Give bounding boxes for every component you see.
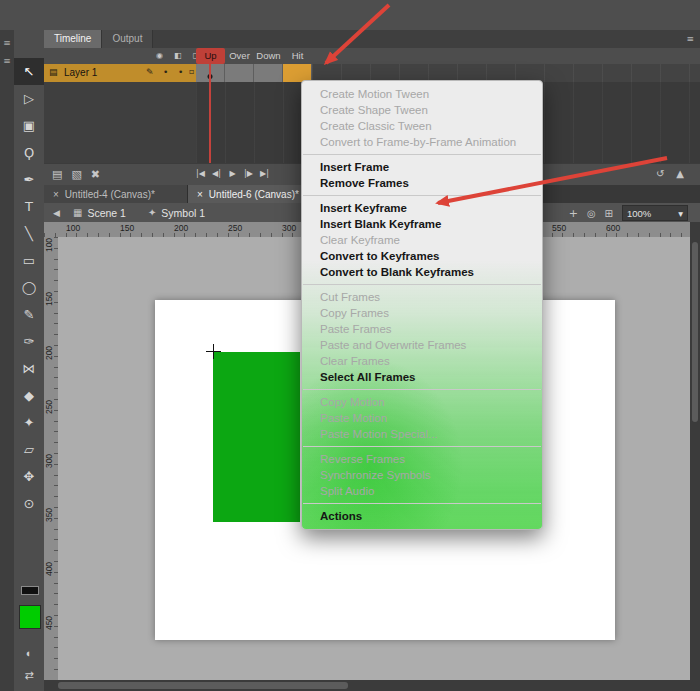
vertical-scrollbar-thumb[interactable] <box>692 242 698 422</box>
menu-item-convert-to-keyframes[interactable]: Convert to Keyframes <box>302 248 542 264</box>
edit-symbols-icon[interactable]: ⊞ <box>605 208 613 219</box>
loop-playback-icon[interactable]: ↺ <box>656 168 664 179</box>
pen-tool[interactable]: ✒ <box>14 166 44 193</box>
green-rectangle-shape[interactable] <box>213 352 300 522</box>
zoom-level-value: 100% <box>627 208 651 219</box>
frame-label-up[interactable]: Up <box>196 48 225 64</box>
new-layer-button[interactable]: ▤ <box>52 168 62 181</box>
menu-item-actions[interactable]: Actions <box>302 508 542 524</box>
top-strip <box>0 0 700 30</box>
menu-item-paste-motion: Paste Motion <box>302 410 542 426</box>
fill-color-swatch[interactable] <box>19 605 41 629</box>
step-back-button[interactable]: ◀| <box>210 169 223 178</box>
line-tool[interactable]: ╲ <box>14 220 44 247</box>
stroke-color-swatch[interactable] <box>21 586 39 595</box>
layer-name[interactable]: Layer 1 <box>64 67 97 78</box>
menu-item-clear-frames: Clear Frames <box>302 353 542 369</box>
zoom-level-select[interactable]: 100% ▾ <box>622 205 688 221</box>
scene-breadcrumb[interactable]: Scene 1 <box>87 207 126 219</box>
document-tab-untitled-4[interactable]: × Untitled-4 (Canvas)* <box>44 185 188 203</box>
back-button[interactable]: ◀ <box>53 208 60 218</box>
frame-label-hit[interactable]: Hit <box>283 48 312 64</box>
zoom-tool[interactable]: ⊙ <box>14 490 44 517</box>
new-folder-button[interactable]: ▧ <box>71 168 81 181</box>
frame-label-down[interactable]: Down <box>254 48 283 64</box>
lock-layers-icon[interactable]: ◧ <box>174 51 182 60</box>
v-ruler-number: 250 <box>44 392 54 422</box>
playback-controls: |◀◀|▶|▶▶| <box>194 169 271 178</box>
context-menu: Create Motion TweenCreate Shape TweenCre… <box>301 80 543 530</box>
tab-output[interactable]: Output <box>102 30 153 48</box>
menu-item-paste-motion-special: Paste Motion Special... <box>302 426 542 442</box>
selection-tool[interactable]: ↖ <box>14 58 44 85</box>
v-ruler-number: 100 <box>44 230 54 260</box>
timeline-tabbar: Timeline Output ≡ <box>44 30 700 48</box>
hand-tool[interactable]: ✥ <box>14 463 44 490</box>
horizontal-scrollbar-thumb[interactable] <box>58 682 348 689</box>
oval-tool[interactable]: ◯ <box>14 274 44 301</box>
h-ruler-number: 600 <box>606 223 620 233</box>
eraser-tool[interactable]: ▱ <box>14 436 44 463</box>
menu-separator <box>303 154 541 155</box>
goto-first-frame-button[interactable]: |◀ <box>194 169 207 178</box>
menu-item-clear-keyframe: Clear Keyframe <box>302 232 542 248</box>
menu-item-convert-to-frame-by-frame-animation: Convert to Frame-by-Frame Animation <box>302 134 542 150</box>
play-button[interactable]: ▶ <box>226 169 239 178</box>
menu-item-insert-keyframe[interactable]: Insert Keyframe <box>302 200 542 216</box>
menu-item-create-motion-tween: Create Motion Tween <box>302 86 542 102</box>
close-tab-icon[interactable]: × <box>53 189 59 200</box>
menu-separator <box>303 503 541 504</box>
subselection-tool[interactable]: ▷ <box>14 85 44 112</box>
menu-item-remove-frames[interactable]: Remove Frames <box>302 175 542 191</box>
timeline-header-row: ◉ ◧ ▢ UpOverDownHit <box>44 48 700 65</box>
menu-item-insert-frame[interactable]: Insert Frame <box>302 159 542 175</box>
horizontal-scrollbar[interactable] <box>44 680 690 691</box>
show-hide-layers-icon[interactable]: ◉ <box>156 51 163 60</box>
close-tab-icon[interactable]: × <box>197 189 203 200</box>
frame-label-over[interactable]: Over <box>225 48 254 64</box>
bone-tool[interactable]: ⋈ <box>14 355 44 382</box>
free-transform-tool[interactable]: ▣ <box>14 112 44 139</box>
menu-item-convert-to-blank-keyframes[interactable]: Convert to Blank Keyframes <box>302 264 542 280</box>
panel-menu-icon[interactable]: ≡ <box>686 34 694 44</box>
collapsed-panel-icon[interactable]: ≡ <box>0 56 14 66</box>
collapsed-panel-icon[interactable]: ≡ <box>0 38 14 48</box>
vertical-scrollbar[interactable] <box>690 222 700 680</box>
layer-type-icon: ▤ <box>49 67 58 77</box>
layer-visibility-dot[interactable]: • <box>163 67 168 77</box>
v-ruler-number: 400 <box>44 554 54 584</box>
default-colors-icon[interactable]: ◐ <box>14 642 44 664</box>
swap-colors-icon[interactable]: ⇄ <box>14 664 44 686</box>
center-frame-icon[interactable]: ◎ <box>587 208 596 219</box>
layer-outline-color-box[interactable]: ▫ <box>189 67 194 76</box>
rectangle-tool[interactable]: ▭ <box>14 247 44 274</box>
frame-cell-3-frame[interactable] <box>254 64 283 82</box>
step-forward-button[interactable]: |▶ <box>242 169 255 178</box>
eyedropper-tool[interactable]: ✦ <box>14 409 44 436</box>
crosshair-icon[interactable]: + <box>569 207 578 220</box>
pencil-tool[interactable]: ✎ <box>14 301 44 328</box>
delete-layer-button[interactable]: ✖ <box>91 168 100 181</box>
v-ruler-number: 150 <box>44 284 54 314</box>
brush-tool[interactable]: ✑ <box>14 328 44 355</box>
layer-lock-dot[interactable]: • <box>178 67 183 77</box>
menu-item-reverse-frames: Reverse Frames <box>302 451 542 467</box>
v-ruler-number: 300 <box>44 446 54 476</box>
menu-separator <box>303 195 541 196</box>
application-window: ≡ ≡ ↖▷▣Ϙ✒T╲▭◯✎✑⋈◆✦▱✥⊙ ◐ ⇄ Timeline Outpu… <box>0 0 700 691</box>
menu-item-create-classic-tween: Create Classic Tween <box>302 118 542 134</box>
frame-cell-2-frame[interactable] <box>225 64 254 82</box>
timeline-options-icon[interactable]: ▲ <box>676 168 684 179</box>
text-tool[interactable]: T <box>14 193 44 220</box>
goto-last-frame-button[interactable]: ▶| <box>258 169 271 178</box>
menu-item-paste-frames: Paste Frames <box>302 321 542 337</box>
tab-timeline[interactable]: Timeline <box>44 30 102 48</box>
menu-item-insert-blank-keyframe[interactable]: Insert Blank Keyframe <box>302 216 542 232</box>
layer-row[interactable]: ▤ Layer 1 ✎ • • ▫ <box>44 64 196 82</box>
symbol-breadcrumb[interactable]: Symbol 1 <box>161 207 205 219</box>
playhead-line[interactable] <box>209 64 211 163</box>
scene-icon: ▦ <box>73 207 82 218</box>
lasso-tool[interactable]: Ϙ <box>14 139 44 166</box>
paint-bucket-tool[interactable]: ◆ <box>14 382 44 409</box>
menu-item-select-all-frames[interactable]: Select All Frames <box>302 369 542 385</box>
